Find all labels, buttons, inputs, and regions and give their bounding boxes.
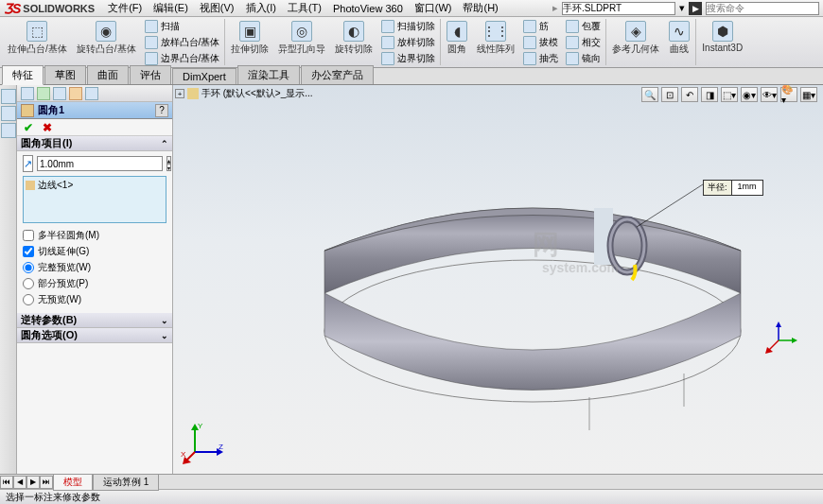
dimension-callout[interactable]: 半径: 1mm	[703, 180, 763, 196]
rib-button[interactable]: 筋	[520, 19, 561, 34]
graphics-viewport[interactable]: + 手环 (默认<<默认>_显示... 🔍 ⊡ ↶ ◨ ⬚▾ ◉▾ 👁▾ 🎨▾ …	[173, 85, 823, 474]
edge-selection-box[interactable]: 边线<1>	[23, 176, 166, 223]
shell-button[interactable]: 抽壳	[520, 51, 561, 66]
tab-sketch[interactable]: 草图	[44, 65, 86, 84]
tab-features[interactable]: 特征	[2, 65, 44, 85]
loft-button[interactable]: 放样凸台/基体	[142, 35, 223, 50]
filename-input[interactable]	[562, 2, 675, 15]
view-orientation-button[interactable]: ⬚▾	[721, 87, 738, 102]
menu-tools[interactable]: 工具(T)	[282, 1, 327, 15]
edit-appearance-button[interactable]: 🎨▾	[780, 87, 797, 102]
partial-preview-radio[interactable]	[23, 278, 34, 289]
display-manager-icon[interactable]	[85, 87, 98, 100]
loft-cut-button[interactable]: 放样切除	[378, 35, 438, 50]
extrude-cut-icon: ▣	[239, 21, 260, 42]
feature-tree-icon[interactable]	[21, 87, 34, 100]
config-manager-icon[interactable]	[53, 87, 66, 100]
zoom-fit-button[interactable]: 🔍	[641, 87, 658, 102]
draft-button[interactable]: 拔模	[520, 35, 561, 50]
sweep-button[interactable]: 扫描	[142, 19, 223, 34]
side-tool-1[interactable]	[1, 89, 16, 104]
spinner-up-button[interactable]: ▴	[166, 156, 171, 164]
mirror-button[interactable]: 镜向	[563, 51, 604, 66]
tab-office[interactable]: 办公室产品	[301, 65, 374, 84]
section-view-button[interactable]: ◨	[701, 87, 718, 102]
menu-view[interactable]: 视图(V)	[194, 1, 240, 15]
extrude-boss-button[interactable]: ⬚拉伸凸台/基体	[4, 19, 71, 65]
sweep-cut-button[interactable]: 扫描切除	[378, 19, 438, 34]
side-tool-2[interactable]	[1, 106, 16, 121]
dimension-value: 1mm	[732, 181, 762, 195]
ok-button[interactable]: ✔	[21, 121, 36, 134]
help-button[interactable]: ?	[155, 104, 168, 117]
dimxpert-manager-icon[interactable]	[69, 87, 82, 100]
heads-up-toolbar: 🔍 ⊡ ↶ ◨ ⬚▾ ◉▾ 👁▾ 🎨▾ ▦▾	[641, 87, 817, 102]
tab-next-button[interactable]: ▶	[26, 476, 40, 489]
tab-dimxpert[interactable]: DimXpert	[172, 68, 236, 84]
tangent-checkbox[interactable]	[23, 246, 34, 257]
tab-first-button[interactable]: ⏮	[0, 476, 13, 489]
revolve-cut-button[interactable]: ◐旋转切除	[331, 19, 376, 65]
menu-window[interactable]: 窗口(W)	[409, 1, 458, 15]
revolve-boss-button[interactable]: ◉旋转凸台/基体	[73, 19, 140, 65]
section-reverse-params[interactable]: 逆转参数(B) ⌄	[17, 313, 172, 328]
panel-tab-icons	[17, 85, 172, 102]
ref-geom-button[interactable]: ◈参考几何体	[608, 19, 663, 65]
loft-icon	[145, 36, 158, 49]
display-style-button[interactable]: ◉▾	[741, 87, 758, 102]
radius-input[interactable]	[37, 156, 163, 171]
prompt-icon[interactable]: ▸	[552, 2, 558, 14]
menu-edit[interactable]: 编辑(E)	[148, 1, 194, 15]
menu-file[interactable]: 文件(F)	[102, 1, 148, 15]
run-icon[interactable]: ▶	[689, 2, 702, 15]
dropdown-icon[interactable]: ▾	[679, 2, 685, 14]
menu-photoview[interactable]: PhotoView 360	[327, 3, 409, 14]
property-manager-icon[interactable]	[37, 87, 50, 100]
boundary-button[interactable]: 边界凸台/基体	[142, 51, 223, 66]
tab-last-button[interactable]: ⏭	[40, 476, 53, 489]
tab-render[interactable]: 渲染工具	[237, 65, 300, 84]
corner-triad[interactable]: Y Z X	[181, 419, 228, 466]
wrap-button[interactable]: 包覆	[563, 19, 604, 34]
multi-radius-checkbox[interactable]	[23, 230, 34, 241]
side-tool-3[interactable]	[1, 123, 16, 138]
menu-bar: ƷS SOLIDWORKS 文件(F) 编辑(E) 视图(V) 插入(I) 工具…	[0, 0, 823, 17]
hole-wizard-button[interactable]: ◎异型孔向导	[274, 19, 329, 65]
pattern-icon: ⋮⋮	[485, 21, 506, 42]
logo-text: SOLIDWORKS	[23, 3, 95, 14]
model-tab[interactable]: 模型	[53, 474, 93, 491]
tab-prev-button[interactable]: ◀	[13, 476, 26, 489]
tab-surfaces[interactable]: 曲面	[87, 65, 129, 84]
apply-scene-button[interactable]: ▦▾	[800, 87, 817, 102]
feature-small-group-1: 筋 拔模 抽壳	[520, 19, 561, 65]
chevron-down-icon: ⌄	[161, 316, 168, 325]
feature-header: 圆角1 ?	[17, 102, 172, 119]
curves-button[interactable]: ∿曲线	[665, 19, 693, 65]
intersect-button[interactable]: 相交	[563, 35, 604, 50]
extrude-cut-button[interactable]: ▣拉伸切除	[227, 19, 272, 65]
no-preview-radio[interactable]	[23, 294, 34, 305]
hide-show-button[interactable]: 👁▾	[761, 87, 778, 102]
selection-item[interactable]: 边线<1>	[26, 179, 164, 192]
instant3d-button[interactable]: ⬢Instant3D	[698, 19, 746, 65]
fillet-feature-icon	[21, 104, 34, 117]
cancel-button[interactable]: ✖	[40, 121, 55, 134]
fillet-icon: ◖	[447, 21, 467, 42]
spinner-down-button[interactable]: ▾	[166, 164, 171, 171]
linear-pattern-button[interactable]: ⋮⋮线性阵列	[473, 19, 518, 65]
menu-insert[interactable]: 插入(I)	[240, 1, 282, 15]
breadcrumb-text[interactable]: 手环 (默认<<默认>_显示...	[201, 87, 313, 100]
previous-view-button[interactable]: ↶	[681, 87, 698, 102]
zoom-area-button[interactable]: ⊡	[661, 87, 678, 102]
motion-study-tab[interactable]: 运动算例 1	[93, 474, 159, 491]
search-command-input[interactable]	[706, 2, 819, 15]
section-fillet-items[interactable]: 圆角项目(I) ⌃	[17, 136, 172, 151]
section-fillet-options[interactable]: 圆角选项(O) ⌄	[17, 328, 172, 343]
boundary-cut-button[interactable]: 边界切除	[378, 51, 438, 66]
sweep-cut-icon	[381, 20, 394, 33]
full-preview-radio[interactable]	[23, 262, 34, 273]
tab-evaluate[interactable]: 评估	[130, 65, 171, 84]
menu-help[interactable]: 帮助(H)	[457, 1, 503, 15]
fillet-button[interactable]: ◖圆角	[443, 19, 471, 65]
tree-expand-button[interactable]: +	[175, 89, 184, 98]
